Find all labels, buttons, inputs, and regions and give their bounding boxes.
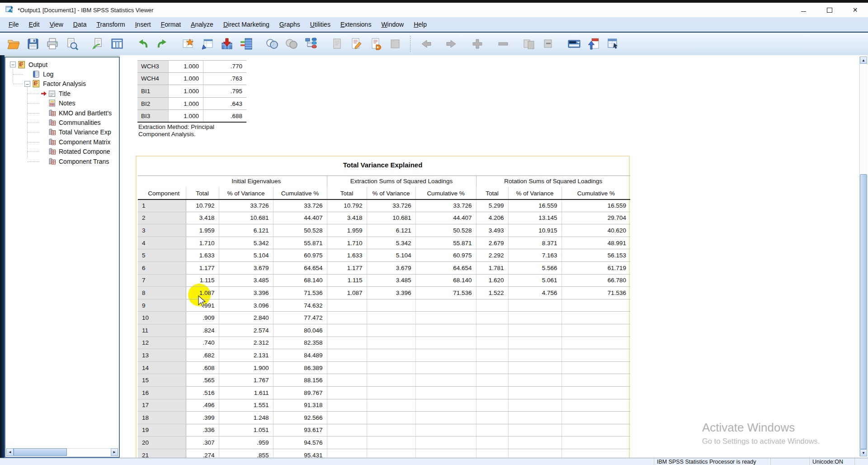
extraction-value: .795 [203, 85, 246, 97]
outline-item-title[interactable]: Title [6, 89, 118, 98]
outline-item-notes[interactable]: Notes [6, 99, 118, 108]
collapse-icon[interactable]: – [24, 81, 30, 87]
value-cell: 1.633 [327, 249, 367, 262]
tve-row: 12.7402.31282.358 [138, 337, 630, 349]
select-cases-icon[interactable] [264, 35, 280, 52]
component-cell: 4 [138, 237, 186, 249]
outline-item-component-matrix[interactable]: Component Matrix [6, 137, 118, 147]
menu-extensions[interactable]: Extensions [335, 18, 377, 31]
menu-transform[interactable]: Transform [91, 18, 130, 31]
sub-header: % of Variance [367, 187, 415, 199]
use-variable-sets-icon[interactable] [303, 35, 319, 52]
variables-icon[interactable] [238, 35, 255, 52]
value-cell: 8.371 [508, 237, 561, 249]
value-cell [367, 449, 415, 458]
outline-item-communalities[interactable]: Communalities [6, 118, 118, 127]
value-cell: 3.418 [186, 212, 219, 224]
insert-heading-icon[interactable] [585, 35, 602, 52]
value-cell: 1.710 [327, 237, 367, 249]
scrollbar-thumb[interactable] [14, 448, 67, 456]
activate-selection-icon[interactable] [605, 35, 621, 52]
export-report-icon[interactable] [368, 35, 384, 52]
menu-format[interactable]: Format [156, 18, 186, 31]
value-cell [561, 337, 630, 349]
tve-row: 20.307.95994.576 [138, 437, 630, 449]
value-cell: 71.536 [273, 287, 327, 299]
value-cell [327, 399, 367, 412]
communalities-row: BI21.000.643 [137, 98, 246, 110]
minimize-button[interactable] [791, 3, 816, 17]
menu-help[interactable]: Help [409, 18, 432, 31]
goto-case-icon[interactable] [180, 35, 196, 52]
export-output-icon[interactable] [90, 35, 106, 52]
scroll-up-icon[interactable]: ▲ [860, 57, 867, 64]
maximize-button[interactable] [816, 3, 842, 17]
value-cell [415, 374, 476, 387]
value-cell [561, 374, 630, 387]
collapse-icon[interactable]: – [10, 62, 16, 67]
tve-row: 19.3361.05193.617 [138, 424, 630, 437]
scroll-down-icon[interactable]: ▼ [860, 449, 867, 456]
undo-icon[interactable] [135, 35, 151, 52]
value-cell: 2.292 [476, 249, 508, 262]
value-cell [367, 374, 415, 387]
value-cell [367, 337, 415, 349]
close-button[interactable]: ✕ [842, 3, 868, 17]
value-cell [508, 299, 561, 312]
outline-item-output[interactable]: –Output [6, 60, 118, 69]
recall-dialogs-icon[interactable] [109, 35, 125, 52]
designate-window-icon[interactable] [566, 35, 582, 52]
vertical-scrollbar-thumb[interactable] [860, 174, 867, 449]
menu-window[interactable]: Window [376, 18, 409, 31]
outline-item-rotated-compone[interactable]: Rotated Compone [6, 147, 118, 157]
show-all-icon [329, 35, 345, 52]
menu-direct-marketing[interactable]: Direct Marketing [218, 18, 274, 31]
value-cell: 5.061 [508, 274, 561, 287]
open-output-icon[interactable] [5, 35, 22, 52]
value-cell: 3.679 [219, 261, 273, 274]
value-cell [415, 412, 476, 424]
menu-utilities[interactable]: Utilities [305, 18, 335, 31]
pivot-icon [48, 148, 56, 155]
redo-icon[interactable] [154, 35, 170, 52]
print-icon[interactable] [44, 35, 61, 52]
total-variance-explained-object[interactable]: Total Variance Explained ComponentInitia… [136, 156, 630, 458]
save-output-icon[interactable] [25, 35, 41, 52]
value-cell: 1.611 [219, 386, 273, 399]
unicode-status: Unicode:ON [809, 458, 854, 465]
menu-graphs[interactable]: Graphs [274, 18, 305, 31]
menu-analyze[interactable]: Analyze [186, 18, 218, 31]
value-cell [415, 437, 476, 449]
goto-data-icon[interactable] [219, 35, 235, 52]
value-cell: 1.633 [186, 249, 219, 262]
tve-table[interactable]: ComponentInitial EigenvaluesExtraction S… [138, 176, 630, 458]
print-preview-icon[interactable] [64, 35, 80, 52]
value-cell [476, 361, 508, 374]
menu-insert[interactable]: Insert [130, 18, 156, 31]
tve-row: 71.1153.48568.1401.1153.48568.1401.6205.… [138, 274, 630, 287]
menu-file[interactable]: File [4, 18, 24, 31]
status-bar: IBM SPSS Statistics Processor is ready U… [0, 458, 868, 465]
scroll-left-icon[interactable]: ◄ [6, 448, 14, 456]
component-cell: 6 [138, 261, 186, 274]
value-cell: .496 [186, 399, 219, 412]
menu-view[interactable]: View [45, 18, 68, 31]
scroll-right-icon[interactable]: ► [111, 448, 118, 456]
close-icon: ✕ [853, 7, 858, 13]
outline-item-component-trans[interactable]: Component Trans [6, 157, 118, 166]
menu-data[interactable]: Data [68, 18, 92, 31]
vertical-scrollbar[interactable]: ▲ ▼ [859, 57, 868, 456]
value-cell: 74.632 [273, 299, 327, 312]
value-cell: 1.959 [327, 224, 367, 237]
edit-output-icon[interactable] [348, 35, 364, 52]
scrollbar-track[interactable] [67, 448, 111, 456]
menu-edit[interactable]: Edit [24, 18, 45, 31]
outline-item-factor-analysis[interactable]: –Factor Analysis [6, 79, 118, 89]
value-cell [508, 399, 561, 412]
outline-item-total-variance-exp[interactable]: Total Variance Exp [6, 128, 118, 137]
communalities-table[interactable]: WCH31.000.770WCH41.000.763BI11.000.795BI… [137, 60, 246, 123]
outline-item-kmo-and-bartlett-s[interactable]: KMO and Bartlett's [6, 108, 118, 118]
goto-variable-icon[interactable] [199, 35, 216, 52]
outline-item-log[interactable]: Log [6, 69, 118, 79]
value-cell: 1.900 [219, 361, 273, 374]
